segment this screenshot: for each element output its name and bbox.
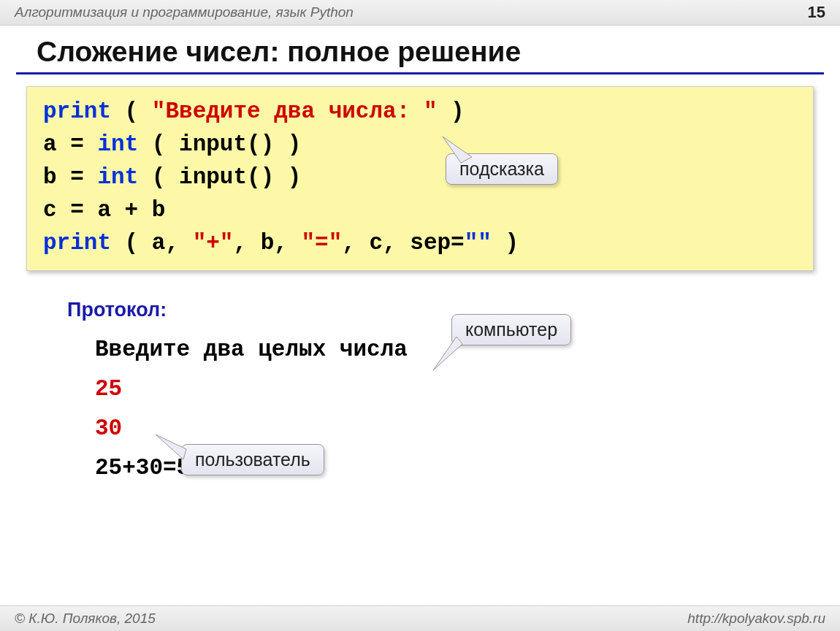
code-l3a: b = xyxy=(43,164,97,190)
protocol-input-2: 30 xyxy=(95,409,840,448)
svg-marker-0 xyxy=(443,137,472,163)
callout-tail-icon xyxy=(156,435,199,471)
header-bar: Алгоритмизация и программирование, язык … xyxy=(0,0,840,26)
callout-tail-icon xyxy=(439,137,483,166)
callout-user: пользователь xyxy=(181,444,324,475)
code-l5-mid2: , c, sep= xyxy=(342,230,464,256)
code-l5-eq: "=" xyxy=(301,230,342,256)
code-l1-close: ) xyxy=(438,99,465,124)
code-print2: print xyxy=(43,230,111,256)
code-l2a: a = xyxy=(43,131,97,157)
svg-marker-2 xyxy=(156,435,186,459)
code-print1: print xyxy=(43,99,111,124)
footer-copyright: © К.Ю. Поляков, 2015 xyxy=(15,611,156,627)
code-l2-int: int xyxy=(97,131,138,157)
code-l4: c = a + b xyxy=(43,197,165,223)
callout-computer: компьютер xyxy=(451,314,571,345)
callout-tail-icon xyxy=(433,335,477,372)
footer-bar: © К.Ю. Поляков, 2015 http://kpolyakov.sp… xyxy=(0,605,840,631)
code-l3-int: int xyxy=(97,164,138,190)
callout-user-label: пользователь xyxy=(195,449,310,470)
header-subject: Алгоритмизация и программирование, язык … xyxy=(15,4,354,20)
code-l1-open: ( xyxy=(111,99,152,124)
protocol-input-1: 25 xyxy=(95,370,840,409)
slide-title: Сложение чисел: полное решение xyxy=(16,26,824,74)
code-l5-empty: "" xyxy=(465,230,492,256)
code-l3-rest: ( input() ) xyxy=(138,164,301,190)
code-l5-plus: "+" xyxy=(193,230,234,256)
callout-hint: подсказка xyxy=(446,153,558,185)
code-l5-open: ( a, xyxy=(111,230,193,256)
code-l1-str: "Введите два числа: " xyxy=(152,99,438,124)
slide: Алгоритмизация и программирование, язык … xyxy=(0,0,840,631)
code-l5-mid1: , b, xyxy=(233,230,301,256)
page-number: 15 xyxy=(808,3,825,22)
code-l5-close: ) xyxy=(492,230,519,256)
footer-url: http://kpolyakov.spb.ru xyxy=(687,611,825,627)
code-block: print ( "Введите два числа: " ) a = int … xyxy=(26,86,814,271)
callout-computer-label: компьютер xyxy=(465,319,557,340)
svg-marker-1 xyxy=(433,337,462,370)
code-l2-rest: ( input() ) xyxy=(138,131,301,157)
